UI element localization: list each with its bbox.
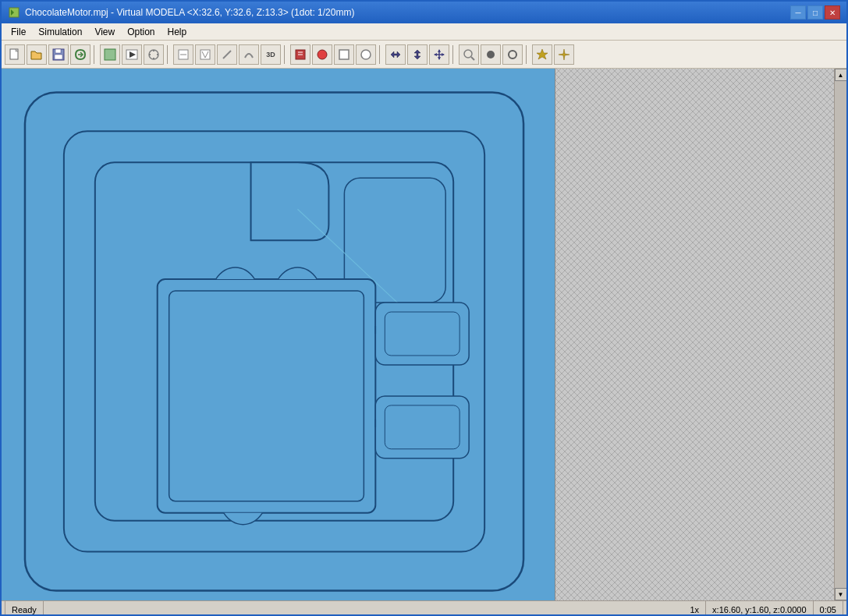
svg-marker-32 [442,53,445,56]
zoom-circle-button[interactable] [459,44,479,65]
status-zoom: 1x [683,601,706,616]
scroll-up-arrow[interactable]: ▲ [835,69,847,81]
move-h-button[interactable] [385,44,406,65]
svg-marker-38 [559,49,569,60]
ring-button[interactable] [502,44,523,65]
coordinates-text: x:16.60, y:1.60, z:0.0000 [712,605,806,614]
star-button[interactable] [532,44,552,65]
zoom-text: 1x [690,605,699,614]
viewport[interactable] [2,69,555,600]
circle-button[interactable] [356,44,376,65]
cut-tool-3[interactable] [217,44,237,65]
menu-simulation[interactable]: Simulation [32,25,88,39]
menu-view[interactable]: View [88,25,121,39]
svg-line-18 [223,51,231,58]
dot-button[interactable] [481,44,501,65]
svg-marker-37 [537,49,548,59]
move-all-button[interactable] [429,44,449,65]
svg-rect-49 [385,405,459,449]
svg-marker-31 [434,53,437,56]
run-button[interactable] [100,44,120,65]
toolbar: 3D [2,41,846,69]
separator-5 [452,45,456,64]
settings-button[interactable] [144,44,164,65]
svg-point-35 [487,51,495,58]
menu-option[interactable]: Option [121,25,161,39]
cut-tool-1[interactable] [173,44,193,65]
svg-point-33 [464,50,472,58]
scroll-down-arrow[interactable]: ▼ [835,588,847,600]
separator-2 [167,45,170,64]
right-panel: ▲ ▼ [555,69,846,600]
status-ready-text: Ready [12,605,37,614]
render-button[interactable] [312,44,332,65]
window-title: ChocolateMotor.mpj - Virtual MODELA <X:3… [25,7,790,18]
minimize-button[interactable]: ─ [790,5,806,19]
3d-button[interactable]: 3D [261,44,281,65]
menu-help[interactable]: Help [161,25,193,39]
app-icon [8,6,20,19]
svg-line-34 [471,57,474,60]
title-bar: ChocolateMotor.mpj - Virtual MODELA <X:3… [2,2,846,23]
status-time: 0:05 [814,601,843,616]
svg-marker-30 [438,57,441,60]
svg-rect-45 [169,291,364,501]
open-button[interactable] [27,44,47,65]
svg-rect-7 [105,49,115,60]
separator-1 [94,45,97,64]
status-coordinates: x:16.60, y:1.60, z:0.0000 [706,601,813,616]
save-button[interactable] [48,44,69,65]
separator-4 [379,45,382,64]
move-v-button[interactable] [407,44,428,65]
menu-bar: File Simulation View Option Help [2,23,846,41]
svg-marker-29 [438,49,441,52]
right-scrollbar: ▲ ▼ [834,69,846,600]
svg-rect-6 [55,55,62,59]
close-button[interactable]: ✕ [825,5,840,19]
box-button[interactable] [334,44,354,65]
svg-rect-5 [55,49,61,53]
window-controls: ─ □ ✕ [790,5,840,19]
separator-6 [526,45,529,64]
svg-point-24 [361,50,371,59]
recycle-button[interactable] [70,44,90,65]
svg-point-36 [509,51,516,58]
play-button[interactable] [122,44,142,65]
svg-marker-26 [414,50,420,59]
design-canvas [2,69,555,600]
cut-tool-4[interactable] [239,44,259,65]
new-button[interactable] [5,44,25,65]
separator-3 [284,45,287,64]
restore-button[interactable]: □ [807,5,823,19]
svg-marker-25 [391,51,400,58]
svg-rect-23 [339,50,349,59]
main-content: ▲ ▼ [2,69,846,600]
svg-rect-47 [385,312,459,356]
window-frame: ChocolateMotor.mpj - Virtual MODELA <X:3… [0,0,848,616]
material-button[interactable] [290,44,310,65]
status-bar: Ready 1x x:16.60, y:1.60, z:0.0000 0:05 [2,600,846,616]
svg-point-22 [318,50,327,59]
cut-tool-2[interactable] [195,44,215,65]
time-text: 0:05 [820,605,836,614]
status-ready: Ready [5,601,44,616]
sparkle-button[interactable] [554,44,574,65]
scroll-track [835,81,847,588]
menu-file[interactable]: File [5,25,32,39]
